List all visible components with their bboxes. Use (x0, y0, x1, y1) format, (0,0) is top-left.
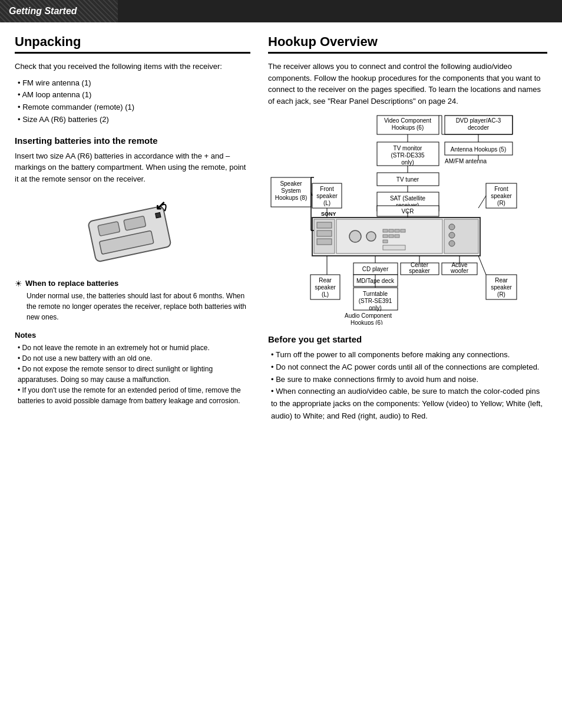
svg-rect-9 (317, 239, 332, 245)
svg-text:only): only) (401, 159, 414, 166)
svg-text:woofer: woofer (450, 268, 469, 274)
note-item: Do not leave the remote in an extremely … (18, 342, 250, 353)
remote-illustration: ↙ (74, 196, 191, 267)
svg-text:only): only) (369, 305, 382, 311)
svg-point-11 (349, 230, 361, 242)
before-list: Turn off the power to all components bef… (268, 349, 547, 423)
svg-text:Front: Front (320, 186, 334, 192)
left-column: Unpacking Check that you received the fo… (15, 34, 250, 429)
svg-point-25 (449, 241, 455, 246)
svg-text:Audio Component: Audio Component (345, 312, 392, 319)
arrow-icon: ↙ (155, 199, 166, 213)
header-title: Getting Started (9, 6, 77, 17)
notes-section: Notes Do not leave the remote in an extr… (15, 331, 250, 406)
list-item: Remote commander (remote) (1) (18, 101, 250, 114)
svg-text:Hookups (6): Hookups (6) (351, 319, 382, 325)
note-item: If you don't use the remote for an exten… (18, 385, 250, 406)
hookup-title: Hookup Overview (268, 34, 547, 54)
svg-point-23 (449, 224, 455, 230)
svg-text:Antenna Hookups (5): Antenna Hookups (5) (451, 146, 507, 153)
svg-rect-20 (383, 240, 388, 243)
list-item: When connecting an audio/video cable, be… (271, 386, 547, 422)
svg-text:Front: Front (494, 186, 508, 192)
main-content: Unpacking Check that you received the fo… (0, 22, 562, 440)
tip-label: When to replace batteries (25, 279, 118, 288)
svg-text:TV monitor: TV monitor (394, 145, 423, 151)
svg-text:Video Component: Video Component (384, 117, 431, 124)
note-item: Do not use a new battery with an old one… (18, 353, 250, 364)
before-title: Before you get started (268, 334, 547, 344)
svg-text:speaker: speaker (316, 193, 338, 199)
before-section: Before you get started Turn off the powe… (268, 334, 547, 423)
tip-section: ☀ When to replace batteries Under normal… (15, 279, 250, 322)
svg-text:Hookups (6): Hookups (6) (392, 124, 424, 131)
list-item: Do not connect the AC power cords until … (271, 361, 547, 374)
svg-point-24 (449, 232, 455, 238)
list-item: FM wire antenna (1) (18, 77, 250, 90)
list-item: Size AA (R6) batteries (2) (18, 114, 250, 126)
svg-rect-13 (383, 229, 388, 232)
svg-text:Hookups (8): Hookups (8) (275, 195, 307, 201)
unpacking-intro: Check that you received the following it… (15, 61, 250, 73)
svg-text:speaker: speaker (491, 193, 512, 199)
svg-text:(R): (R) (497, 291, 505, 298)
svg-text:System: System (281, 187, 300, 194)
unpacking-list: FM wire antenna (1) AM loop antenna (1) … (15, 77, 250, 126)
svg-rect-15 (395, 229, 399, 232)
svg-rect-14 (389, 229, 394, 232)
svg-text:TV tuner: TV tuner (396, 176, 419, 183)
svg-text:Turntable: Turntable (363, 291, 388, 297)
svg-text:AM/FM antenna: AM/FM antenna (445, 158, 487, 164)
svg-text:Rear: Rear (495, 277, 508, 284)
inserting-batteries-text: Insert two size AA (R6) batteries in acc… (15, 150, 250, 185)
svg-rect-21 (383, 245, 405, 250)
svg-text:decoder: decoder (468, 124, 490, 131)
svg-text:SAT (Satellite: SAT (Satellite (390, 195, 426, 202)
list-item: AM loop antenna (1) (18, 89, 250, 101)
svg-point-12 (366, 232, 376, 241)
svg-rect-16 (401, 229, 405, 232)
hookup-intro: The receiver allows you to connect and c… (268, 61, 547, 107)
inserting-batteries-title: Inserting batteries into the remote (15, 136, 250, 146)
right-column: Hookup Overview The receiver allows you … (268, 34, 547, 429)
tip-header: ☀ When to replace batteries (15, 279, 250, 288)
svg-rect-4 (156, 213, 161, 218)
svg-rect-19 (395, 235, 399, 238)
note-item: Do not expose the remote sensor to direc… (18, 364, 250, 385)
list-item: Be sure to make connections firmly to av… (271, 374, 547, 386)
svg-line-93 (478, 256, 486, 275)
svg-text:(L): (L) (322, 291, 329, 298)
notes-list: Do not leave the remote in an extremely … (15, 342, 250, 406)
svg-text:SONY: SONY (321, 211, 336, 217)
svg-text:(STR-SE391: (STR-SE391 (359, 298, 392, 304)
tip-text: Under normal use, the batteries should l… (15, 291, 250, 322)
hookup-diagram: SONY Video Component Hookups (6) DVD pla… (268, 113, 521, 325)
hookup-svg: SONY Video Component Hookups (6) DVD pla… (268, 113, 521, 325)
svg-text:Speaker: Speaker (280, 180, 302, 187)
svg-rect-18 (389, 235, 394, 238)
svg-line-92 (478, 196, 486, 208)
notes-title: Notes (15, 331, 250, 340)
svg-text:(L): (L) (323, 200, 330, 206)
svg-text:(R): (R) (497, 200, 505, 206)
svg-text:CD player: CD player (362, 266, 389, 272)
list-item: Turn off the power to all components bef… (271, 349, 547, 361)
svg-rect-17 (383, 235, 388, 238)
svg-rect-7 (317, 222, 332, 228)
unpacking-title: Unpacking (15, 34, 250, 54)
svg-text:DVD player/AC-3: DVD player/AC-3 (456, 117, 501, 124)
svg-rect-8 (317, 230, 332, 236)
svg-text:speaker: speaker (315, 284, 336, 291)
svg-text:(STR-DE335: (STR-DE335 (391, 152, 425, 159)
header-bar: Getting Started (0, 0, 562, 22)
svg-text:speaker: speaker (409, 268, 430, 274)
svg-text:speaker: speaker (491, 284, 512, 291)
svg-text:Rear: Rear (319, 277, 332, 284)
tip-icon: ☀ (15, 279, 22, 288)
remote-svg: ↙ (68, 199, 197, 264)
